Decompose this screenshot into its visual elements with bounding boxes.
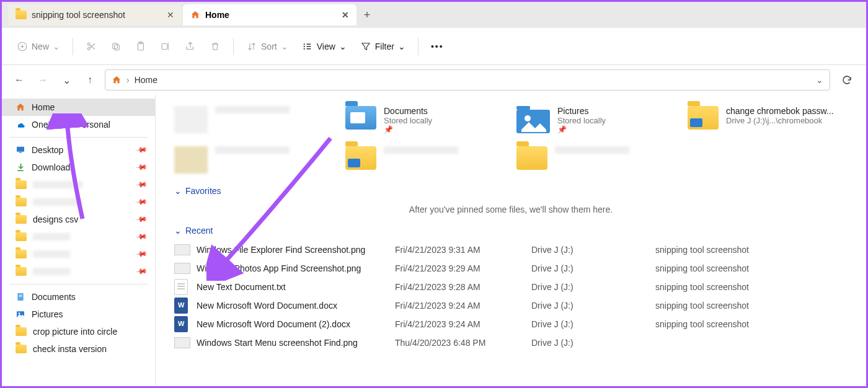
quick-item[interactable] bbox=[345, 146, 500, 174]
svg-rect-15 bbox=[19, 296, 22, 297]
folder-icon bbox=[16, 345, 27, 353]
recent-name: Windows File Explorer Find Screenshot.pn… bbox=[197, 245, 395, 255]
recent-name: Windows Photos App Find Screenshot.png bbox=[197, 263, 395, 273]
new-button[interactable]: New ⌄ bbox=[11, 35, 66, 58]
sidebar-item-designs-csv[interactable]: designs csv📌 bbox=[2, 211, 155, 228]
scissors-icon bbox=[86, 41, 97, 52]
sidebar-item-home[interactable]: Home bbox=[2, 99, 155, 116]
view-button[interactable]: View ⌄ bbox=[296, 35, 353, 58]
tab-snipping[interactable]: snipping tool screenshot ✕ bbox=[8, 4, 182, 25]
forward-button[interactable]: → bbox=[34, 71, 51, 89]
recent-date: Fri/4/21/2023 9:24 AM bbox=[395, 319, 531, 329]
cut-button[interactable] bbox=[79, 35, 103, 58]
share-icon bbox=[185, 41, 196, 52]
quick-item[interactable] bbox=[174, 146, 329, 174]
recent-location: Drive J (J:) bbox=[531, 263, 655, 273]
sidebar-item-desktop[interactable]: Desktop 📌 bbox=[2, 141, 155, 159]
sidebar-item-label: Home bbox=[32, 102, 55, 112]
folder-icon bbox=[174, 146, 208, 174]
quick-item-documents[interactable]: DocumentsStored locally📌 bbox=[345, 106, 500, 134]
sidebar-item-pictures[interactable]: Pictures bbox=[2, 306, 155, 323]
quick-subtitle: Drive J (J:)\j...\chromebook bbox=[726, 116, 834, 125]
quick-item-chromebook[interactable]: change chromebok passw...Drive J (J:)\j.… bbox=[688, 106, 843, 134]
recent-date: Thu/4/20/2023 6:48 PM bbox=[395, 338, 531, 348]
copy-button[interactable] bbox=[104, 35, 128, 58]
image-icon bbox=[174, 263, 190, 274]
pin-icon: 📌 bbox=[135, 179, 148, 191]
svg-rect-14 bbox=[19, 295, 22, 296]
recent-row[interactable]: Windows Start Menu screenshot Find.pngTh… bbox=[174, 333, 848, 352]
share-button[interactable] bbox=[179, 35, 202, 58]
svg-rect-7 bbox=[162, 43, 167, 49]
svg-rect-4 bbox=[115, 45, 120, 50]
sidebar-item-crop[interactable]: crop picture into circle bbox=[2, 323, 155, 340]
close-icon[interactable]: ✕ bbox=[167, 10, 174, 20]
quick-item[interactable] bbox=[174, 106, 329, 134]
add-tab-button[interactable]: + bbox=[358, 6, 376, 24]
sidebar-item-downloads[interactable]: Downloads 📌 bbox=[2, 159, 155, 176]
delete-button[interactable] bbox=[203, 35, 227, 58]
picture-icon bbox=[16, 309, 25, 319]
up-button[interactable]: ↑ bbox=[81, 71, 99, 89]
breadcrumb-root[interactable]: Home bbox=[135, 75, 157, 85]
section-label: Recent bbox=[185, 226, 213, 236]
close-icon[interactable]: ✕ bbox=[342, 10, 349, 20]
recent-location: Drive J (J:) bbox=[531, 319, 655, 329]
quick-subtitle: Stored locally bbox=[384, 116, 432, 125]
chevron-down-icon: ⌄ bbox=[53, 42, 60, 51]
sidebar-item-insta[interactable]: check insta version bbox=[2, 340, 155, 358]
sidebar-item-label: OneDrive - Personal bbox=[32, 120, 110, 130]
quick-item-pictures[interactable]: PicturesStored locally📌 bbox=[516, 106, 671, 134]
recent-date: Fri/4/21/2023 9:28 AM bbox=[395, 282, 531, 292]
document-icon bbox=[16, 292, 25, 302]
sidebar-item-folder[interactable]: 📌 bbox=[2, 193, 155, 211]
recent-locations-button[interactable]: ⌄ bbox=[58, 71, 75, 89]
recent-row[interactable]: New Text Document.txtFri/4/21/2023 9:28 … bbox=[174, 278, 848, 296]
trash-icon bbox=[210, 41, 221, 52]
svg-rect-11 bbox=[17, 147, 24, 152]
recent-row[interactable]: Windows File Explorer Find Screenshot.pn… bbox=[174, 240, 848, 259]
sidebar-item-folder[interactable]: 📌 bbox=[2, 263, 155, 280]
sidebar-item-label: crop picture into circle bbox=[33, 327, 117, 337]
chevron-down-icon[interactable]: ⌄ bbox=[816, 75, 823, 85]
favorites-empty-text: After you've pinned some files, we'll sh… bbox=[174, 205, 848, 214]
sidebar-item-label: designs csv bbox=[33, 214, 78, 224]
filter-button[interactable]: Filter ⌄ bbox=[354, 35, 412, 58]
sidebar-item-folder[interactable]: 📌 bbox=[2, 245, 155, 263]
svg-point-2 bbox=[87, 43, 90, 45]
sort-button[interactable]: Sort ⌄ bbox=[240, 35, 294, 58]
address-bar[interactable]: › Home ⌄ bbox=[105, 69, 830, 90]
tab-label: snipping tool screenshot bbox=[32, 10, 125, 20]
refresh-button[interactable] bbox=[836, 74, 857, 86]
recent-row[interactable]: New Microsoft Word Document (2).docxFri/… bbox=[174, 315, 848, 333]
desktop-icon bbox=[16, 145, 25, 155]
section-recent[interactable]: ⌄Recent bbox=[174, 226, 848, 236]
section-favorites[interactable]: ⌄Favorites bbox=[174, 186, 848, 196]
more-button[interactable]: ••• bbox=[425, 35, 450, 58]
filter-icon bbox=[360, 41, 371, 52]
tab-home[interactable]: Home ✕ bbox=[183, 4, 356, 25]
paste-button[interactable] bbox=[129, 35, 153, 58]
home-icon bbox=[190, 10, 200, 20]
rename-button[interactable] bbox=[154, 35, 177, 58]
sidebar-item-folder[interactable]: 📌 bbox=[2, 228, 155, 245]
recent-location: Drive J (J:) bbox=[531, 301, 655, 311]
folder-icon bbox=[16, 11, 27, 19]
sidebar-item-folder[interactable]: 📌 bbox=[2, 176, 155, 193]
recent-row[interactable]: Windows Photos App Find Screenshot.pngFr… bbox=[174, 259, 848, 278]
recent-name: Windows Start Menu screenshot Find.png bbox=[197, 338, 395, 348]
quick-item[interactable] bbox=[516, 146, 671, 174]
sort-icon bbox=[246, 41, 257, 52]
sidebar-item-documents[interactable]: Documents bbox=[2, 288, 155, 306]
quick-title: Pictures bbox=[557, 106, 606, 116]
sidebar-item-label: Pictures bbox=[32, 309, 63, 319]
chevron-down-icon: ⌄ bbox=[174, 226, 182, 236]
plus-circle-icon bbox=[17, 41, 28, 52]
recent-row[interactable]: New Microsoft Word Document.docxFri/4/21… bbox=[174, 296, 848, 315]
sidebar-item-onedrive[interactable]: OneDrive - Personal bbox=[2, 116, 155, 133]
pin-icon: 📌 bbox=[135, 144, 148, 156]
word-file-icon bbox=[174, 298, 188, 314]
recent-tag: snipping tool screenshot bbox=[655, 282, 848, 292]
back-button[interactable]: ← bbox=[11, 71, 28, 89]
pictures-folder-icon bbox=[516, 106, 550, 133]
